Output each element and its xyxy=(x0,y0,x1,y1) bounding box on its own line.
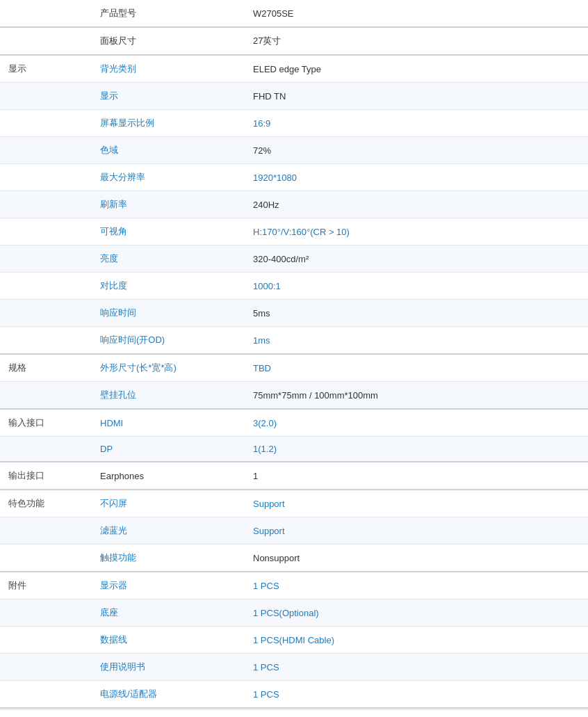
value-cell: 1 xyxy=(243,462,588,490)
value-cell: 1 PCS(Optional) xyxy=(243,599,588,627)
category-cell xyxy=(0,0,90,27)
label-cell: 数据线 xyxy=(90,627,243,654)
value-cell: 1 PCS xyxy=(243,572,588,599)
label-cell: 电源线/适配器 xyxy=(90,681,243,709)
value-cell: ELED edge Type xyxy=(243,55,588,83)
value-cell: 240Hz xyxy=(243,191,588,218)
label-cell: 响应时间 xyxy=(90,300,243,327)
category-cell: 特色功能 xyxy=(0,490,90,517)
label-cell: 背光类别 xyxy=(90,55,243,83)
category-cell xyxy=(0,83,90,110)
label-cell: 色域 xyxy=(90,137,243,164)
category-cell xyxy=(0,300,90,327)
value-cell: 1ms xyxy=(243,327,588,355)
value-cell: 320-400cd/m² xyxy=(243,245,588,273)
label-cell: 产品型号 xyxy=(90,0,243,27)
category-cell xyxy=(0,437,90,462)
label-cell: 可视角 xyxy=(90,218,243,245)
value-cell: Nonsupport xyxy=(243,545,588,572)
label-cell: HDMI xyxy=(90,409,243,437)
label-cell: 对比度 xyxy=(90,273,243,300)
category-cell xyxy=(0,599,90,627)
category-cell: 规格 xyxy=(0,354,90,382)
label-cell: 显示器 xyxy=(90,572,243,599)
value-cell: 1 PCS xyxy=(243,681,588,709)
category-cell xyxy=(0,27,90,55)
label-cell: 响应时间(开OD) xyxy=(90,327,243,355)
label-cell: 底座 xyxy=(90,599,243,627)
label-cell: 壁挂孔位 xyxy=(90,382,243,410)
value-cell: Support xyxy=(243,517,588,545)
value-cell: 1 PCS xyxy=(243,654,588,681)
category-cell: 输出接口 xyxy=(0,462,90,490)
value-cell: 72% xyxy=(243,137,588,164)
label-cell: 亮度 xyxy=(90,245,243,273)
category-cell xyxy=(0,681,90,709)
label-cell: 滤蓝光 xyxy=(90,517,243,545)
category-cell: 输入接口 xyxy=(0,409,90,437)
label-cell: 触摸功能 xyxy=(90,545,243,572)
label-cell: 最大分辨率 xyxy=(90,164,243,191)
category-cell xyxy=(0,273,90,300)
label-cell: 面板尺寸 xyxy=(90,27,243,55)
value-cell: 1000:1 xyxy=(243,273,588,300)
value-cell: 1(1.2) xyxy=(243,437,588,462)
value-cell: W2705SE xyxy=(243,0,588,27)
category-cell xyxy=(0,245,90,273)
value-cell: 75mm*75mm / 100mm*100mm xyxy=(243,382,588,410)
value-cell: Support xyxy=(243,490,588,517)
category-cell xyxy=(0,382,90,410)
category-cell: 显示 xyxy=(0,55,90,83)
category-cell: 附件 xyxy=(0,572,90,599)
label-cell: 使用说明书 xyxy=(90,654,243,681)
label-cell: 显示 xyxy=(90,83,243,110)
category-cell xyxy=(0,654,90,681)
label-cell: DP xyxy=(90,437,243,462)
category-cell xyxy=(0,110,90,137)
label-cell: 刷新率 xyxy=(90,191,243,218)
value-cell: 1920*1080 xyxy=(243,164,588,191)
category-cell xyxy=(0,627,90,654)
category-cell xyxy=(0,517,90,545)
value-cell: H:170°/V:160°(CR > 10) xyxy=(243,218,588,245)
category-cell xyxy=(0,191,90,218)
spec-table: 产品型号W2705SE面板尺寸27英寸显示背光类别ELED edge Type显… xyxy=(0,0,588,710)
value-cell: 3(2.0) xyxy=(243,409,588,437)
label-cell: 外形尺寸(长*宽*高) xyxy=(90,354,243,382)
value-cell: FHD TN xyxy=(243,83,588,110)
category-cell xyxy=(0,545,90,572)
category-cell xyxy=(0,137,90,164)
value-cell: TBD xyxy=(243,354,588,382)
value-cell: 5ms xyxy=(243,300,588,327)
category-cell xyxy=(0,218,90,245)
label-cell: Earphones xyxy=(90,462,243,490)
category-cell xyxy=(0,164,90,191)
category-cell xyxy=(0,327,90,355)
label-cell: 屏幕显示比例 xyxy=(90,110,243,137)
value-cell: 16:9 xyxy=(243,110,588,137)
value-cell: 27英寸 xyxy=(243,27,588,55)
label-cell: 不闪屏 xyxy=(90,490,243,517)
value-cell: 1 PCS(HDMI Cable) xyxy=(243,627,588,654)
